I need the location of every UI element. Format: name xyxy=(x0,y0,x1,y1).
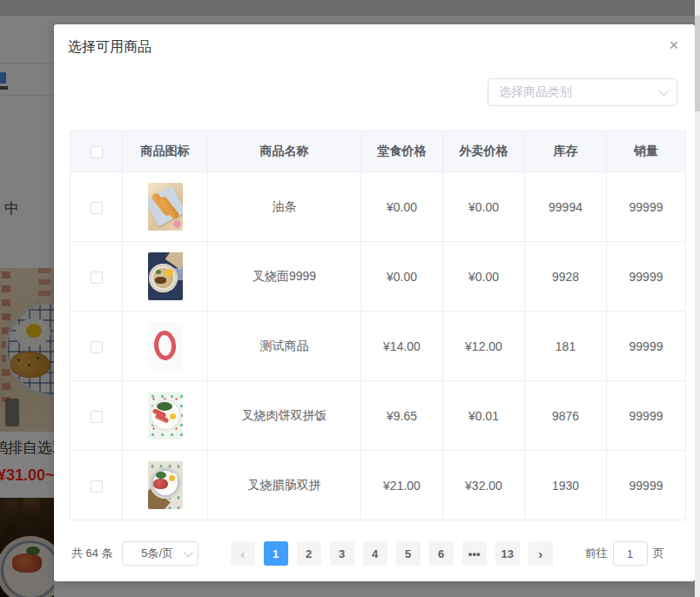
stock-value: 9928 xyxy=(525,242,607,312)
table-row: 油条 ¥0.00 ¥0.00 99994 99999 xyxy=(71,172,686,242)
takeout-price: ¥32.00 xyxy=(443,451,525,520)
egg-graphic xyxy=(165,269,173,277)
takeout-price: ¥0.00 xyxy=(443,242,525,312)
col-header-image: 商品图标 xyxy=(123,131,208,172)
sales-value: 99999 xyxy=(607,451,686,520)
col-header-dine-in-price: 堂食价格 xyxy=(361,131,443,172)
stock-value: 181 xyxy=(525,312,607,381)
goods-table: 商品图标 商品名称 堂食价格 外卖价格 库存 销量 油条 ¥0.00 ¥0.00… xyxy=(70,131,686,520)
page-size-value: 5条/页 xyxy=(131,546,184,561)
col-header-stock: 库存 xyxy=(525,131,607,172)
select-all-checkbox[interactable] xyxy=(91,146,103,158)
row-checkbox[interactable] xyxy=(91,341,103,353)
pagination-bar: 共 64 条 5条/页 ‹ 1 2 3 4 5 6 ••• 13 › 前往 页 xyxy=(71,541,681,566)
more-pages-button[interactable]: ••• xyxy=(462,541,487,566)
page-button-2[interactable]: 2 xyxy=(297,541,321,566)
row-checkbox[interactable] xyxy=(91,202,103,214)
product-name: 油条 xyxy=(208,172,361,242)
page-button-4[interactable]: 4 xyxy=(363,541,387,566)
greens-graphic xyxy=(156,472,166,479)
page-button-1[interactable]: 1 xyxy=(264,541,288,566)
row-checkbox[interactable] xyxy=(91,480,103,493)
greens-graphic xyxy=(156,270,161,274)
sales-value: 99999 xyxy=(607,381,686,451)
dine-in-price: ¥0.00 xyxy=(361,242,443,312)
product-name: 测试商品 xyxy=(208,312,361,381)
sales-value: 99999 xyxy=(607,172,686,242)
egg-yolk-graphic xyxy=(169,475,175,481)
takeout-price: ¥12.00 xyxy=(443,312,525,381)
takeout-price: ¥0.00 xyxy=(443,172,525,242)
product-image-noodle-bowl xyxy=(148,252,183,300)
table-row: 叉烧腊肠双拼 ¥21.00 ¥32.00 1930 99999 xyxy=(71,451,686,520)
page-button-5[interactable]: 5 xyxy=(396,541,421,566)
dine-in-price: ¥0.00 xyxy=(361,172,443,242)
sales-value: 99999 xyxy=(607,242,686,312)
table-row: 测试商品 ¥14.00 ¥12.00 181 99999 xyxy=(71,312,686,381)
table-header-row: 商品图标 商品名称 堂食价格 外卖价格 库存 销量 xyxy=(71,131,686,172)
stock-value: 99994 xyxy=(525,172,607,242)
chevron-down-icon xyxy=(659,86,669,96)
page-button-13[interactable]: 13 xyxy=(495,541,520,566)
row-checkbox[interactable] xyxy=(91,411,103,423)
select-goods-dialog: 选择可用商品 × 选择商品类别 商品图标 商品名称 堂食价格 外卖价格 库存 销… xyxy=(54,24,695,581)
product-name: 叉烧肉饼双拼饭 xyxy=(208,381,361,451)
next-page-button[interactable]: › xyxy=(528,541,553,566)
category-select[interactable]: 选择商品类别 xyxy=(488,78,677,106)
product-image-sausage-rice xyxy=(148,461,183,509)
row-checkbox[interactable] xyxy=(91,272,103,284)
jump-prefix-label: 前往 xyxy=(585,546,608,561)
garnish-graphic xyxy=(173,220,181,228)
stock-value: 9876 xyxy=(525,381,607,451)
close-icon[interactable]: × xyxy=(665,37,683,54)
meat-graphic xyxy=(155,277,166,284)
select-all-cell xyxy=(71,131,123,172)
table-row: 叉烧面9999 ¥0.00 ¥0.00 9928 99999 xyxy=(71,242,686,312)
product-name: 叉烧面9999 xyxy=(208,242,361,312)
category-select-placeholder: 选择商品类别 xyxy=(499,84,659,100)
sausage-graphic xyxy=(153,479,168,489)
dine-in-price: ¥14.00 xyxy=(361,312,443,381)
chevron-down-icon xyxy=(183,547,192,557)
product-name: 叉烧腊肠双拼 xyxy=(208,451,361,520)
col-header-name: 商品名称 xyxy=(208,131,361,172)
scrollbar-thumb[interactable] xyxy=(695,16,700,111)
dialog-title: 选择可用商品 xyxy=(68,38,151,57)
red-ring-graphic xyxy=(152,330,176,361)
page-button-3[interactable]: 3 xyxy=(330,541,354,566)
prev-page-button[interactable]: ‹ xyxy=(231,541,255,566)
col-header-takeout-price: 外卖价格 xyxy=(443,131,525,172)
page-button-6[interactable]: 6 xyxy=(429,541,454,566)
dine-in-price: ¥21.00 xyxy=(361,451,443,520)
table-row: 叉烧肉饼双拼饭 ¥9.65 ¥0.01 9876 99999 xyxy=(71,381,686,451)
page-scrollbar[interactable] xyxy=(695,0,700,597)
takeout-price: ¥0.01 xyxy=(443,381,525,451)
col-header-sales: 销量 xyxy=(607,131,686,172)
egg-yolk-graphic xyxy=(170,413,176,419)
total-count-label: 共 64 条 xyxy=(71,546,113,561)
product-image-red-ring xyxy=(148,322,183,370)
page-jumper: 前往 页 xyxy=(580,541,670,566)
product-image-pork-rice xyxy=(148,392,183,439)
dine-in-price: ¥9.65 xyxy=(361,381,443,451)
jump-suffix-label: 页 xyxy=(653,546,664,561)
product-image-youtiao xyxy=(148,183,183,231)
page-size-select[interactable]: 5条/页 xyxy=(122,541,199,566)
stock-value: 1930 xyxy=(525,451,607,520)
jump-page-input[interactable] xyxy=(613,541,648,566)
sales-value: 99999 xyxy=(607,312,686,381)
